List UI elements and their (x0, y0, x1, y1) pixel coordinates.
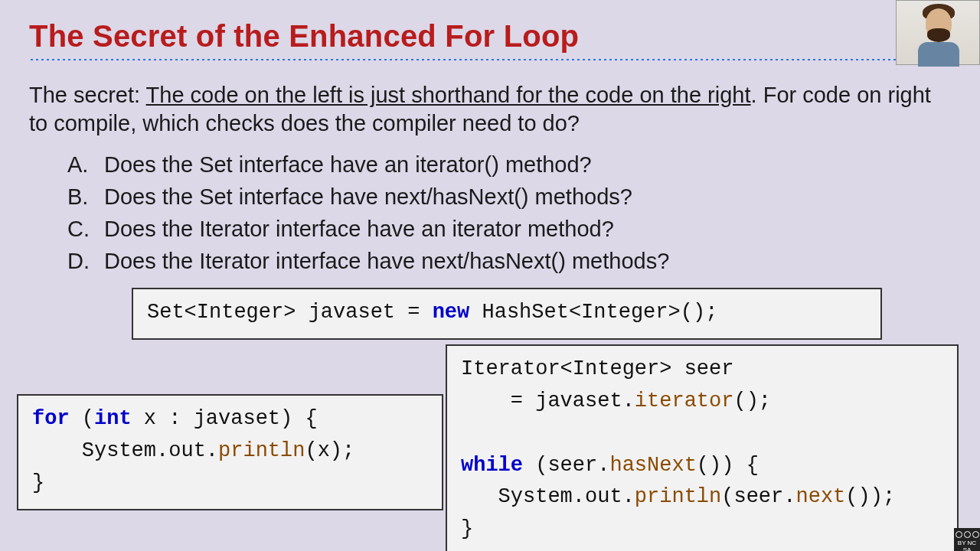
intro-pre: The secret: (29, 83, 146, 107)
code-box-declaration: Set<Integer> javaset = new HashSet<Integ… (132, 288, 882, 340)
keyword-new: new (433, 301, 470, 324)
code-text: (); (733, 390, 771, 412)
method-hasnext: hasNext (609, 454, 696, 477)
webcam-overlay (896, 0, 980, 65)
option-letter: B. (67, 181, 104, 213)
options-list: A. Does the Set interface have an iterat… (29, 148, 951, 277)
code-text: ()); (845, 485, 895, 508)
code-text: System.out. (32, 439, 218, 462)
option-c: C. Does the Iterator interface have an i… (67, 213, 951, 245)
code-text: (x); (305, 439, 354, 462)
code-text: } (32, 471, 44, 494)
option-text: Does the Set interface have next/hasNext… (104, 181, 632, 213)
code-text: ()) { (697, 454, 759, 477)
code-text: = javaset. (461, 390, 635, 412)
keyword-while: while (461, 454, 523, 477)
code-box-while-loop: Iterator<Integer> seer = javaset.iterato… (446, 344, 959, 551)
code-text: (seer. (721, 485, 795, 508)
title-divider (29, 58, 951, 61)
keyword-for: for (32, 407, 70, 430)
code-text: System.out. (461, 485, 635, 508)
code-box-for-loop: for (int x : javaset) { System.out.print… (17, 394, 443, 510)
option-b: B. Does the Set interface have next/hasN… (67, 181, 951, 213)
slide: The Secret of the Enhanced For Loop The … (0, 0, 980, 551)
method-println: println (635, 485, 721, 508)
option-letter: D. (67, 245, 104, 277)
code-text: ( (70, 407, 94, 430)
option-letter: C. (67, 213, 104, 245)
option-text: Does the Iterator interface have an iter… (104, 213, 614, 245)
cc-license-badge: BY NC SA (954, 528, 980, 551)
method-println: println (218, 439, 305, 462)
option-a: A. Does the Set interface have an iterat… (67, 148, 951, 181)
option-letter: A. (67, 148, 104, 181)
option-text: Does the Iterator interface have next/ha… (104, 245, 669, 277)
option-d: D. Does the Iterator interface have next… (67, 245, 951, 277)
person-body (918, 42, 959, 67)
cc-label: BY NC SA (954, 540, 980, 551)
method-next: next (795, 485, 845, 508)
keyword-int: int (94, 407, 132, 430)
code-text: } (461, 517, 473, 540)
code-text: (seer. (523, 454, 609, 477)
cc-circle-icon (956, 531, 962, 538)
intro-underlined: The code on the left is just shorthand f… (146, 83, 751, 107)
code-text: Set<Integer> javaset = (147, 301, 433, 324)
cc-circle-icon (972, 531, 979, 538)
code-text: HashSet<Integer>(); (469, 301, 717, 324)
option-text: Does the Set interface have an iterator(… (104, 148, 592, 181)
method-iterator: iterator (635, 390, 734, 412)
code-text: x : javaset) { (132, 407, 318, 430)
cc-circle-icon (964, 531, 971, 538)
person-beard (927, 28, 950, 42)
slide-title: The Secret of the Enhanced For Loop (29, 19, 951, 54)
intro-paragraph: The secret: The code on the left is just… (29, 81, 951, 138)
code-text: Iterator<Integer> seer (461, 357, 733, 380)
